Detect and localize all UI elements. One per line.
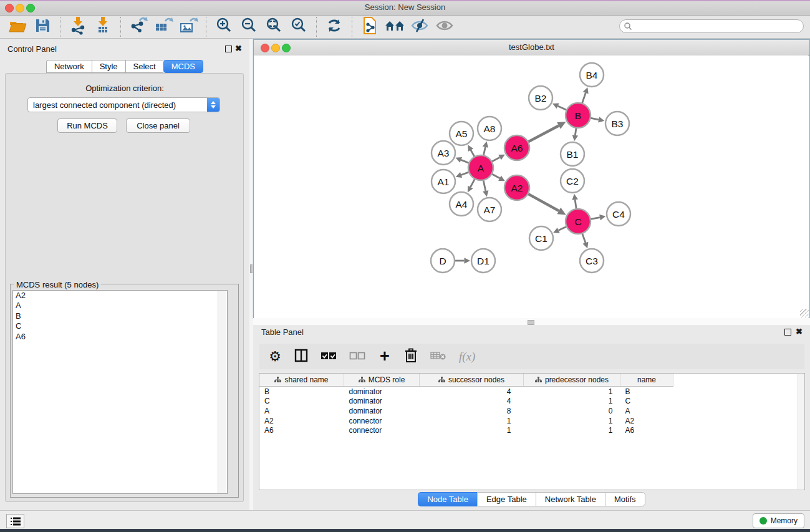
table-panel-float-icon[interactable] (784, 329, 791, 337)
network-minimize-light[interactable] (271, 44, 280, 52)
edge-B-B3[interactable] (591, 118, 599, 120)
table-scrollbar[interactable] (798, 374, 804, 489)
edge-C-C1[interactable] (559, 226, 567, 230)
table-cell[interactable]: A6 (620, 425, 673, 435)
criterion-dropdown[interactable]: largest connected component (directed) (27, 97, 220, 112)
table-row[interactable]: Cdominator41C (259, 397, 673, 407)
table-panel-close-icon[interactable]: ✖ (796, 328, 803, 336)
table-cell[interactable]: 0 (524, 406, 620, 416)
table-cell[interactable]: dominator (344, 387, 420, 397)
control-panel-float-icon[interactable] (225, 46, 232, 54)
table-cell[interactable]: 1 (524, 387, 620, 397)
home-view-button[interactable] (382, 16, 407, 37)
table-cell[interactable]: A (259, 406, 344, 416)
save-session-button[interactable] (30, 16, 55, 37)
import-network-button[interactable] (65, 16, 90, 37)
edge-A-A6[interactable] (492, 157, 500, 162)
column-header-MCDS-role[interactable]: MCDS role (344, 374, 420, 387)
delete-column-button[interactable] (404, 348, 418, 365)
table-cell[interactable]: B (620, 387, 673, 397)
tab-mcds[interactable]: MCDS (163, 60, 203, 73)
table-cell[interactable]: A6 (259, 425, 344, 435)
close-window-light[interactable] (5, 4, 14, 12)
search-box[interactable] (619, 19, 804, 33)
table-cell[interactable]: connector (344, 416, 420, 426)
export-image-button[interactable] (176, 16, 201, 37)
table-cell[interactable]: A2 (259, 416, 344, 426)
edge-B-B4[interactable] (582, 93, 586, 104)
tab-network-table[interactable]: Network Table (536, 492, 605, 506)
mcds-result-item[interactable]: A (13, 301, 227, 311)
edge-A-A5[interactable] (471, 150, 475, 157)
tab-motifs[interactable]: Motifs (605, 492, 645, 506)
run-mcds-button[interactable]: Run MCDS (57, 118, 117, 133)
table-row[interactable]: A6connector11A6 (259, 425, 673, 435)
edge-A-A4[interactable] (470, 179, 475, 187)
network-graph[interactable]: AA1A2A3A4A5A6A7A8BB1B2B3B4CC1C2C3C4DD1 (254, 56, 808, 317)
zoom-window-light[interactable] (26, 4, 35, 12)
table-cell[interactable]: 1 (524, 425, 620, 435)
horizontal-split-handle[interactable] (528, 320, 534, 325)
column-header-successor-nodes[interactable]: successor nodes (420, 374, 524, 387)
edge-A-A3[interactable] (461, 160, 469, 163)
open-session-button[interactable] (5, 16, 30, 37)
tab-network[interactable]: Network (46, 60, 92, 73)
zoom-out-button[interactable] (236, 16, 261, 37)
tab-node-table[interactable]: Node Table (418, 492, 477, 506)
tab-edge-table[interactable]: Edge Table (477, 492, 536, 506)
edge-A-A8[interactable] (483, 147, 485, 156)
network-canvas[interactable]: AA1A2A3A4A5A6A7A8BB1B2B3B4CC1C2C3C4DD1 (254, 56, 808, 317)
column-header-shared-name[interactable]: shared name (259, 374, 344, 387)
table-cell[interactable]: dominator (344, 406, 420, 416)
memory-button[interactable]: Memory (753, 513, 804, 528)
edge-C-C3[interactable] (582, 233, 586, 243)
network-zoom-light[interactable] (282, 44, 291, 52)
table-cell[interactable]: B (259, 387, 344, 397)
edge-A-A1[interactable] (461, 172, 470, 175)
mcds-result-list[interactable]: A2ABCA6 (12, 290, 228, 494)
minimize-window-light[interactable] (16, 4, 24, 12)
edge-A2-C[interactable] (528, 194, 559, 211)
table-row[interactable]: A2connector11A2 (259, 416, 673, 426)
mcds-result-item[interactable]: A2 (13, 291, 227, 301)
edge-A-A2[interactable] (492, 174, 500, 178)
export-network-button[interactable] (126, 16, 151, 37)
table-cell[interactable]: connector (344, 425, 420, 435)
task-history-button[interactable] (6, 514, 24, 528)
zoom-fit-button[interactable] (261, 16, 286, 37)
hide-style-button[interactable] (407, 16, 432, 37)
table-cell[interactable]: 1 (524, 416, 620, 426)
column-header-name[interactable]: name (620, 374, 673, 387)
table-cell[interactable]: 1 (524, 397, 620, 407)
zoom-selected-button[interactable] (286, 16, 311, 37)
mcds-list-scrollbar[interactable] (218, 291, 226, 493)
add-column-button[interactable]: + (378, 348, 392, 365)
first-neighbors-button[interactable] (357, 16, 382, 37)
column-header-predecessor-nodes[interactable]: predecessor nodes (524, 374, 620, 387)
control-panel-close-icon[interactable]: ✖ (235, 45, 242, 52)
mcds-result-item[interactable]: C (13, 321, 227, 331)
table-row[interactable]: Adominator80A (259, 406, 673, 416)
export-table-button[interactable] (151, 16, 176, 37)
table-cell[interactable]: 4 (420, 397, 524, 407)
table-cell[interactable]: dominator (344, 397, 420, 407)
show-style-button[interactable] (432, 16, 457, 37)
zoom-in-button[interactable] (211, 16, 236, 37)
edge-B-B1[interactable] (575, 128, 576, 135)
select-all-rows-button[interactable] (321, 348, 337, 365)
close-panel-button[interactable]: Close panel (126, 118, 190, 133)
table-row[interactable]: Bdominator41B (259, 387, 673, 397)
table-cell[interactable]: 1 (420, 425, 524, 435)
table-cell[interactable]: C (620, 397, 673, 407)
edge-A-A7[interactable] (483, 180, 486, 191)
refresh-button[interactable] (322, 16, 347, 37)
edge-B-B2[interactable] (558, 106, 567, 110)
edge-A6-B[interactable] (528, 125, 559, 142)
network-close-light[interactable] (261, 44, 269, 52)
import-table-button[interactable] (90, 16, 115, 37)
table-cell[interactable]: 4 (420, 387, 524, 397)
tab-select[interactable]: Select (125, 60, 163, 73)
edge-C-C4[interactable] (591, 218, 600, 220)
search-input[interactable] (632, 21, 791, 31)
table-cell[interactable]: A2 (620, 416, 673, 426)
